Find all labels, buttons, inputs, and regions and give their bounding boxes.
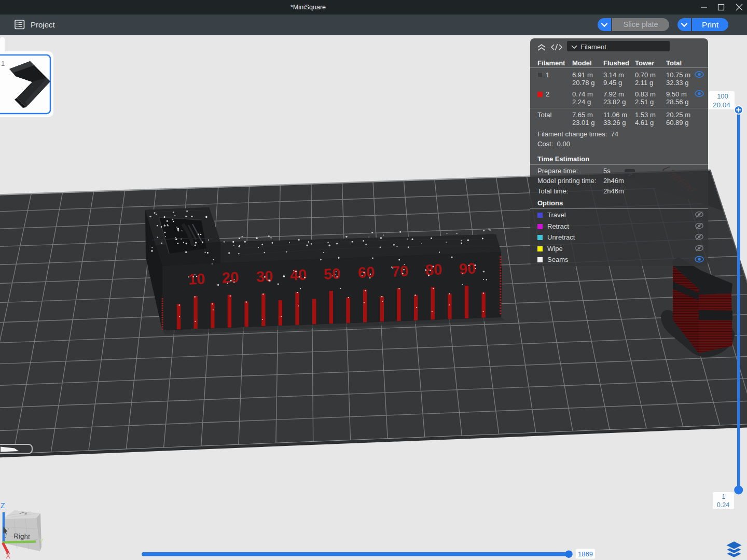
svg-text:Right: Right <box>13 532 31 541</box>
svg-text:80: 80 <box>425 261 442 278</box>
svg-text:60: 60 <box>357 263 375 281</box>
svg-text:50: 50 <box>323 265 341 282</box>
svg-text:90: 90 <box>459 260 476 277</box>
svg-text:1: 1 <box>1 60 5 67</box>
svg-text:X: X <box>6 552 11 560</box>
svg-text:Z: Z <box>1 501 5 510</box>
svg-text:0.24: 0.24 <box>717 501 729 509</box>
svg-text:20.04: 20.04 <box>713 101 730 109</box>
svg-text:1869: 1869 <box>578 550 593 558</box>
svg-text:10: 10 <box>188 270 205 287</box>
svg-text:40: 40 <box>289 266 307 283</box>
svg-text:Y: Y <box>39 537 44 545</box>
svg-text:20: 20 <box>222 269 239 286</box>
svg-text:70: 70 <box>391 262 409 279</box>
svg-text:100: 100 <box>717 92 728 100</box>
svg-text:1: 1 <box>722 493 726 500</box>
